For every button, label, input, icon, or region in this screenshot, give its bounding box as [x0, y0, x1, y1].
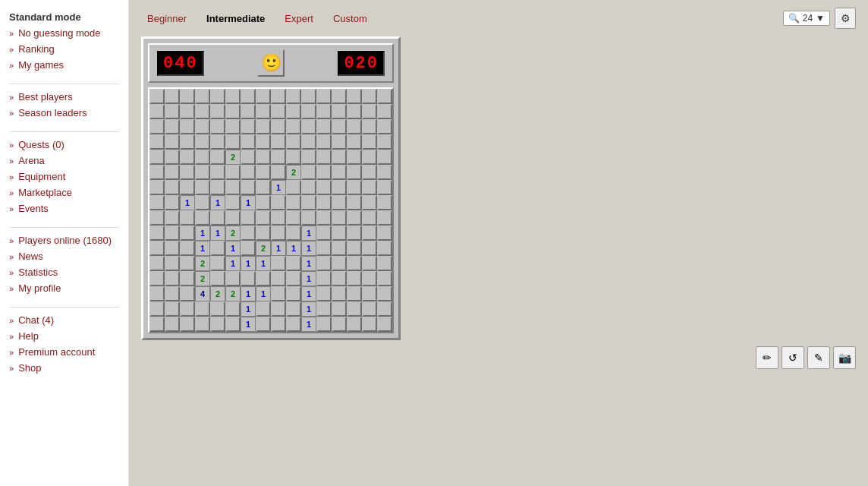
- cell[interactable]: [180, 210, 195, 226]
- cell[interactable]: [256, 134, 271, 150]
- cell[interactable]: [149, 89, 165, 104]
- cell[interactable]: [332, 210, 347, 226]
- cell[interactable]: [332, 286, 347, 301]
- cell[interactable]: [149, 210, 165, 226]
- cell[interactable]: [332, 241, 347, 256]
- sidebar-item-help[interactable]: » Help: [0, 328, 128, 344]
- cell[interactable]: [332, 119, 347, 134]
- cell[interactable]: [377, 271, 392, 286]
- cell[interactable]: [149, 226, 165, 241]
- cell[interactable]: 2: [256, 241, 271, 256]
- cell[interactable]: 1: [301, 271, 316, 286]
- cell[interactable]: [256, 271, 271, 286]
- cell[interactable]: [149, 150, 165, 165]
- cell[interactable]: [316, 317, 332, 332]
- sidebar-item-best-players[interactable]: » Best players: [0, 89, 128, 105]
- cell[interactable]: [362, 195, 377, 210]
- cell[interactable]: [286, 256, 301, 271]
- sidebar-item-events[interactable]: » Events: [0, 200, 128, 216]
- cell[interactable]: 4: [195, 286, 210, 301]
- cell[interactable]: [332, 317, 347, 332]
- cell[interactable]: [195, 89, 210, 104]
- cell[interactable]: [332, 271, 347, 286]
- cell[interactable]: [332, 104, 347, 119]
- sidebar-item-marketplace[interactable]: » Marketplace: [0, 185, 128, 200]
- cell[interactable]: [316, 134, 332, 150]
- cell[interactable]: [271, 150, 286, 165]
- cell[interactable]: [210, 134, 225, 150]
- cell[interactable]: [316, 150, 332, 165]
- cell[interactable]: [301, 104, 316, 119]
- sidebar-item-news[interactable]: » News: [0, 248, 128, 264]
- cell[interactable]: 1: [241, 256, 256, 271]
- tab-beginner[interactable]: Beginner: [141, 10, 193, 27]
- cell[interactable]: [210, 256, 225, 271]
- cell[interactable]: [286, 317, 301, 332]
- cell[interactable]: [241, 119, 256, 134]
- cell[interactable]: 2: [195, 271, 210, 286]
- cell[interactable]: [180, 286, 195, 301]
- cell[interactable]: [316, 301, 332, 317]
- cell[interactable]: [271, 165, 286, 180]
- cell[interactable]: [362, 89, 377, 104]
- cell[interactable]: [241, 134, 256, 150]
- cell[interactable]: [149, 241, 165, 256]
- cell[interactable]: [149, 180, 165, 195]
- cell[interactable]: [225, 301, 241, 317]
- cell[interactable]: [195, 317, 210, 332]
- cell[interactable]: [301, 89, 316, 104]
- cell[interactable]: 2: [195, 256, 210, 271]
- cell[interactable]: [347, 210, 362, 226]
- cell[interactable]: 1: [241, 301, 256, 317]
- cell[interactable]: [210, 89, 225, 104]
- cell[interactable]: [180, 150, 195, 165]
- cell[interactable]: [180, 119, 195, 134]
- cell[interactable]: [377, 301, 392, 317]
- cell[interactable]: 2: [225, 226, 241, 241]
- zoom-selector[interactable]: 🔍 24 ▼: [783, 11, 830, 26]
- cell[interactable]: [149, 256, 165, 271]
- cell[interactable]: [316, 104, 332, 119]
- sidebar-item-season-leaders[interactable]: » Season leaders: [0, 105, 128, 121]
- cell[interactable]: [210, 180, 225, 195]
- sidebar-item-equipment[interactable]: » Equipment: [0, 169, 128, 185]
- cell[interactable]: [362, 210, 377, 226]
- cell[interactable]: [165, 104, 180, 119]
- cell[interactable]: [241, 226, 256, 241]
- cell[interactable]: [316, 119, 332, 134]
- cell[interactable]: [271, 286, 286, 301]
- cell[interactable]: [347, 180, 362, 195]
- cell[interactable]: [347, 241, 362, 256]
- cell[interactable]: [347, 317, 362, 332]
- cell[interactable]: [180, 180, 195, 195]
- cell[interactable]: [286, 271, 301, 286]
- cell[interactable]: [271, 210, 286, 226]
- cell[interactable]: [316, 89, 332, 104]
- sidebar-item-quests[interactable]: » Quests (0): [0, 137, 128, 153]
- cell[interactable]: [286, 180, 301, 195]
- cell[interactable]: [180, 226, 195, 241]
- cell[interactable]: [225, 271, 241, 286]
- cell[interactable]: [332, 301, 347, 317]
- pencil-button[interactable]: ✏: [756, 346, 778, 369]
- cell[interactable]: [241, 180, 256, 195]
- cell[interactable]: [256, 104, 271, 119]
- cell[interactable]: [316, 226, 332, 241]
- cell[interactable]: [316, 271, 332, 286]
- cell[interactable]: 1: [256, 286, 271, 301]
- cell[interactable]: [301, 165, 316, 180]
- cell[interactable]: [377, 241, 392, 256]
- cell[interactable]: [210, 119, 225, 134]
- cell[interactable]: [210, 150, 225, 165]
- cell[interactable]: [271, 256, 286, 271]
- cell[interactable]: [210, 165, 225, 180]
- cell[interactable]: [195, 195, 210, 210]
- cell[interactable]: 1: [180, 195, 195, 210]
- cell[interactable]: [256, 317, 271, 332]
- cell[interactable]: [149, 134, 165, 150]
- cell[interactable]: [377, 104, 392, 119]
- cell[interactable]: [286, 226, 301, 241]
- sidebar-item-statistics[interactable]: » Statistics: [0, 264, 128, 280]
- cell[interactable]: 1: [301, 286, 316, 301]
- cell[interactable]: [347, 226, 362, 241]
